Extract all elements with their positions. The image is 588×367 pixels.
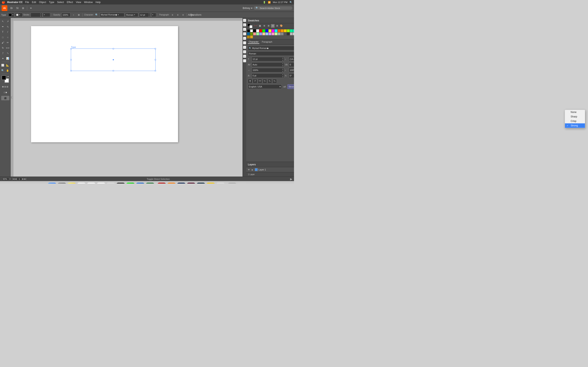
dock-word[interactable]: W bbox=[136, 183, 145, 184]
swap-colors-icon[interactable]: ⇄ bbox=[7, 75, 9, 77]
collapse-left-btn[interactable]: ❮ bbox=[11, 96, 13, 99]
font-size-down[interactable]: ▼ bbox=[148, 15, 150, 17]
pen-tool-btn[interactable]: ✒ bbox=[29, 6, 33, 10]
kerning-group[interactable]: ▲ ▼ bbox=[251, 62, 284, 67]
sw-gradient-btn[interactable]: ▦ bbox=[258, 24, 262, 28]
swatch-2[interactable] bbox=[259, 29, 262, 32]
last-page-btn[interactable]: ▶| bbox=[24, 178, 26, 180]
swatch-bg[interactable] bbox=[250, 25, 252, 28]
kerning-up[interactable]: ▲ bbox=[282, 62, 284, 65]
dock-keychain[interactable]: 🔑 bbox=[216, 183, 225, 184]
graph-tool[interactable]: 📊 bbox=[5, 56, 10, 61]
swatch-31[interactable] bbox=[275, 33, 277, 35]
layer-row-1[interactable]: 👁 ▶ Layer 1 bbox=[246, 167, 294, 172]
swatch-8[interactable] bbox=[278, 29, 281, 32]
swatch-10[interactable] bbox=[284, 29, 287, 32]
workspace-btn[interactable]: ⊞ bbox=[21, 6, 25, 10]
sw-none-btn[interactable]: ⬛ bbox=[254, 24, 258, 28]
stroke-field[interactable] bbox=[31, 14, 39, 16]
font-size-char-up[interactable]: ▲ bbox=[282, 57, 284, 59]
type-tool[interactable]: T bbox=[0, 29, 5, 35]
mirror-tool[interactable]: ⟺ bbox=[5, 45, 10, 50]
find-font-btn[interactable]: 🔍 bbox=[95, 13, 99, 17]
rotate-tool[interactable]: ↻ bbox=[0, 45, 5, 50]
vert-icon-3[interactable]: ≡ bbox=[243, 28, 246, 31]
font-size-char[interactable] bbox=[252, 58, 282, 60]
hand-tool[interactable]: ✋ bbox=[5, 68, 10, 73]
baseline-group[interactable]: ▲ ▼ bbox=[251, 73, 284, 78]
swatch-47[interactable] bbox=[250, 35, 253, 38]
stroke-up[interactable]: ▲ bbox=[39, 13, 42, 15]
curvature-tool[interactable]: ∿ bbox=[5, 24, 10, 29]
selection-tool[interactable]: ↖ bbox=[0, 19, 5, 24]
leading-group[interactable]: ▲ ▼ bbox=[289, 57, 294, 61]
dock-excel[interactable]: X bbox=[146, 183, 155, 184]
baseline-field[interactable] bbox=[252, 75, 282, 77]
hscale-field[interactable] bbox=[252, 69, 282, 71]
swatch-25[interactable] bbox=[256, 33, 259, 35]
rotation-group[interactable]: ▲ ▼ bbox=[289, 73, 294, 78]
swatch-33[interactable] bbox=[281, 33, 284, 35]
swatch-29[interactable] bbox=[268, 33, 271, 35]
page-input[interactable] bbox=[17, 177, 22, 181]
stroke-color-picker[interactable]: ⬜ ▾ bbox=[15, 13, 22, 17]
menu-edit[interactable]: Edit bbox=[31, 0, 37, 4]
handle-l[interactable] bbox=[70, 59, 72, 60]
font-style-select[interactable]: Roman ▾ bbox=[248, 51, 294, 56]
dock-sketch[interactable]: 💎 bbox=[206, 183, 215, 184]
menu-object[interactable]: Object bbox=[38, 0, 47, 4]
font-style-dropdown[interactable]: Roman ▾ bbox=[125, 13, 138, 17]
menu-help[interactable]: Help bbox=[94, 0, 102, 4]
handle-r[interactable] bbox=[155, 59, 156, 60]
swatch-1[interactable] bbox=[256, 29, 259, 32]
sw-swatch-btn[interactable]: ⊟ bbox=[271, 24, 275, 28]
warp-tool[interactable]: ⤴ bbox=[0, 50, 5, 56]
stroke-down[interactable]: ▼ bbox=[39, 15, 42, 17]
next-page-btn[interactable]: ▶ bbox=[22, 178, 24, 180]
tab-paragraph[interactable]: Paragraph bbox=[261, 40, 273, 44]
menu-effect[interactable]: Effect bbox=[66, 0, 74, 4]
pencil-tool[interactable]: ✏ bbox=[5, 40, 10, 45]
style-tt-upper[interactable]: TT bbox=[258, 79, 262, 83]
swatch-4[interactable] bbox=[265, 29, 268, 32]
kerning-field[interactable] bbox=[252, 63, 282, 66]
dock-reminders[interactable]: 📋 bbox=[67, 183, 76, 184]
swatch-46[interactable] bbox=[247, 35, 250, 38]
layer-visibility-icon[interactable]: 👁 bbox=[247, 168, 250, 171]
handle-t[interactable] bbox=[113, 48, 114, 49]
foreground-color[interactable] bbox=[2, 75, 6, 80]
dock-messages[interactable]: 💬 bbox=[126, 183, 135, 184]
swatch-30[interactable] bbox=[272, 33, 274, 35]
artboard-view-btn[interactable]: ⬛ bbox=[1, 96, 9, 100]
draw-normal-btn[interactable]: ◻ bbox=[4, 90, 5, 95]
font-size-up[interactable]: ▲ bbox=[148, 13, 150, 15]
kerning-down[interactable]: ▼ bbox=[282, 65, 284, 67]
swatch-3[interactable] bbox=[262, 29, 265, 32]
apple-logo-icon[interactable]: 🍎 bbox=[2, 1, 5, 4]
user-menu[interactable]: Britney ▾ bbox=[243, 7, 252, 9]
swatch-6[interactable] bbox=[272, 29, 274, 32]
language-select[interactable]: English: USA ▾ bbox=[248, 84, 282, 89]
fill-mode-btn[interactable]: ▣ bbox=[2, 84, 4, 89]
swatch-26[interactable] bbox=[259, 33, 262, 35]
layer-expand-icon[interactable]: ▶ bbox=[251, 168, 254, 171]
style-tt-sub[interactable]: T1 bbox=[272, 79, 277, 83]
zoom-input[interactable] bbox=[2, 177, 9, 181]
dock-launchpad[interactable]: 🚀 bbox=[57, 183, 66, 184]
dock-sysprefs[interactable]: ⚙️ bbox=[228, 183, 237, 184]
bridge-btn[interactable]: Br bbox=[9, 6, 14, 10]
symbol-tool[interactable]: ✦ bbox=[0, 56, 5, 61]
menu-view[interactable]: View bbox=[75, 0, 82, 4]
font-size-char-down[interactable]: ▼ bbox=[282, 59, 284, 61]
mask-btn[interactable]: ⊕ bbox=[77, 13, 81, 17]
search-tool[interactable]: 🔍 bbox=[0, 68, 5, 73]
swatch-32[interactable] bbox=[278, 33, 281, 35]
hscale-up[interactable]: ▲ bbox=[282, 68, 284, 70]
rect-tool[interactable]: □ bbox=[0, 35, 5, 40]
dock-chrome[interactable]: 🌐 bbox=[87, 183, 96, 184]
swatch-0[interactable] bbox=[253, 29, 256, 32]
menu-type[interactable]: Type bbox=[48, 0, 56, 4]
first-page-btn[interactable]: |◀ bbox=[12, 178, 15, 180]
ellipse-tool[interactable]: ○ bbox=[5, 35, 10, 40]
expand-btn[interactable]: ▶ bbox=[290, 177, 292, 181]
